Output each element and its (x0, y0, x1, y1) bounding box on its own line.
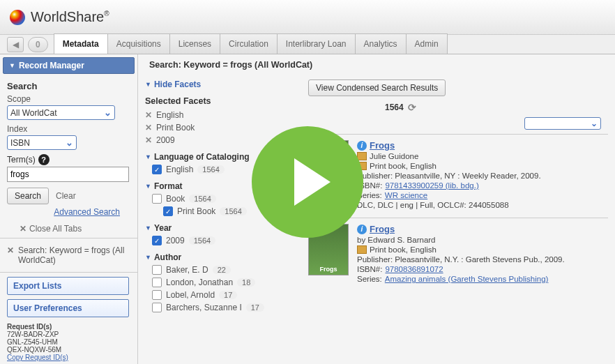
results-sort-select[interactable]: ⌄ (524, 117, 601, 130)
help-icon[interactable]: ? (38, 154, 50, 165)
close-icon[interactable]: ✕ (7, 245, 14, 255)
checkbox-icon[interactable] (152, 278, 162, 287)
facet-item[interactable]: Barchers, Suzanne I17 (152, 303, 291, 312)
tab-acquisitions[interactable]: Acquisitions (107, 33, 170, 54)
facet-group-year[interactable]: ▼Year (145, 223, 291, 233)
series-link[interactable]: WR science (385, 191, 427, 199)
chevron-updown-icon: ⌄ (66, 137, 73, 148)
result-author: Julie Guidone (357, 152, 608, 160)
search-title: Search: Keyword = frogs (All WorldCat) (149, 60, 608, 70)
index-select[interactable]: ISBN⌄ (7, 135, 77, 150)
search-result: Frogs i Frogs by Edward S. Barnard Print… (308, 218, 608, 291)
result-isbn: ISBN#: 9780836891072 (357, 265, 608, 273)
terms-label: Term(s) (7, 155, 36, 165)
checkbox-checked-icon[interactable]: ✓ (163, 206, 173, 216)
terms-input[interactable] (7, 167, 129, 182)
logo-icon (10, 10, 25, 25)
sidebar: ▼ Record Manager Search Scope All WorldC… (0, 54, 138, 364)
selected-facets-header: Selected Facets (145, 96, 291, 106)
info-icon[interactable]: i (357, 141, 367, 151)
request-ids: Request ID(s) 72W-BADR-ZXP GNL-Z545-UHM … (7, 323, 130, 361)
play-button[interactable] (252, 126, 363, 238)
play-icon (294, 158, 331, 206)
facet-item[interactable]: Baker, E. D22 (152, 265, 291, 275)
chevron-updown-icon: ⌄ (104, 107, 112, 118)
result-isbn: ISBN#: 9781433900259 (lib. bdg.) (357, 181, 608, 190)
result-publisher: Publisher: Pleasantville, NY : Weekly Re… (357, 172, 608, 180)
close-icon: ✕ (20, 224, 26, 234)
export-lists-button[interactable]: Export Lists (7, 277, 129, 295)
scope-select[interactable]: All WorldCat⌄ (7, 105, 115, 120)
search-button[interactable]: Search (7, 188, 49, 204)
advanced-search-link[interactable]: Advanced Search (54, 207, 120, 217)
chevron-updown-icon: ⌄ (591, 119, 598, 128)
nav-row: ◀ 0 Metadata Acquisitions Licenses Circu… (0, 35, 615, 54)
facet-group-author[interactable]: ▼Author (145, 252, 291, 262)
nav-tabs: Metadata Acquisitions Licenses Circulati… (54, 35, 447, 54)
index-label: Index (7, 124, 130, 134)
result-publisher: Publisher: Pleasantville, N.Y. : Gareth … (357, 255, 608, 264)
record-manager-header[interactable]: ▼ Record Manager (3, 57, 135, 74)
facet-item[interactable]: Lobel, Arnold17 (152, 290, 291, 300)
tab-analytics[interactable]: Analytics (355, 33, 407, 54)
app-header: WorldShare® (0, 0, 615, 35)
result-series: Series: WR science (357, 191, 608, 199)
caret-down-icon: ▼ (145, 153, 151, 160)
result-count: 1564 ⟳ (308, 102, 608, 113)
tab-metadata[interactable]: Metadata (54, 33, 108, 54)
facet-item[interactable]: ✓ 2009 1564 (152, 236, 291, 245)
caret-down-icon: ▼ (145, 81, 151, 88)
checkbox-icon[interactable] (152, 265, 162, 275)
search-crumb[interactable]: ✕ Search: Keyword = frogs (All WorldCat) (7, 241, 130, 269)
checkbox-checked-icon[interactable]: ✓ (152, 236, 162, 245)
checkbox-checked-icon[interactable]: ✓ (152, 165, 162, 174)
result-meta: DLC, DLC | eng | Full, OCLC#: 244055088 (357, 201, 608, 209)
series-link[interactable]: Amazing animals (Gareth Stevens Publishi… (385, 275, 549, 283)
caret-down-icon: ▼ (145, 225, 151, 232)
refresh-icon[interactable]: ⟳ (408, 102, 416, 113)
remove-icon[interactable]: ✕ (145, 123, 152, 132)
result-format: Print book, English (357, 245, 608, 254)
scope-label: Scope (7, 94, 130, 104)
back-button[interactable]: ◀ (7, 37, 24, 52)
facet-item[interactable]: London, Jonathan18 (152, 278, 291, 287)
clear-button[interactable]: Clear (56, 191, 76, 201)
checkbox-icon[interactable] (152, 194, 162, 204)
brand-name: WorldShare® (31, 9, 109, 25)
remove-icon[interactable]: ✕ (145, 110, 152, 120)
hide-facets-toggle[interactable]: ▼ Hide Facets (145, 79, 291, 89)
search-section-label: Search (7, 81, 130, 91)
tab-interlibrary-loan[interactable]: Interlibrary Loan (277, 33, 356, 54)
book-icon (357, 245, 367, 254)
caret-down-icon: ▼ (145, 254, 151, 261)
main-panel: Search: Keyword = frogs (All WorldCat) ▼… (138, 54, 615, 364)
tab-licenses[interactable]: Licenses (169, 33, 220, 54)
view-condensed-button[interactable]: View Condensed Search Results (308, 79, 446, 96)
caret-down-icon: ▼ (145, 183, 151, 190)
result-series: Series: Amazing animals (Gareth Stevens … (357, 275, 608, 283)
remove-icon[interactable]: ✕ (145, 135, 152, 145)
user-preferences-button[interactable]: User Preferences (7, 299, 129, 317)
result-title-link[interactable]: Frogs (370, 224, 395, 234)
checkbox-icon[interactable] (152, 290, 162, 300)
tab-circulation[interactable]: Circulation (220, 33, 278, 54)
result-format: Print book, English (357, 162, 608, 170)
close-all-tabs[interactable]: ✕ Close All Tabs (20, 224, 130, 234)
isbn-link[interactable]: 9781433900259 (lib. bdg.) (385, 181, 478, 190)
nav-count-badge[interactable]: 0 (28, 37, 48, 52)
caret-down-icon: ▼ (9, 62, 15, 69)
copy-request-ids-link[interactable]: Copy Request ID(s) (7, 354, 68, 361)
selected-facet[interactable]: ✕English (145, 110, 291, 120)
result-author: by Edward S. Barnard (357, 236, 608, 244)
result-title-link[interactable]: Frogs (370, 140, 395, 151)
isbn-link[interactable]: 9780836891072 (385, 265, 443, 273)
checkbox-icon[interactable] (152, 303, 162, 312)
info-icon[interactable]: i (357, 225, 367, 234)
selected-facet[interactable]: ✕Print Book (145, 123, 291, 132)
tab-admin[interactable]: Admin (406, 33, 448, 54)
